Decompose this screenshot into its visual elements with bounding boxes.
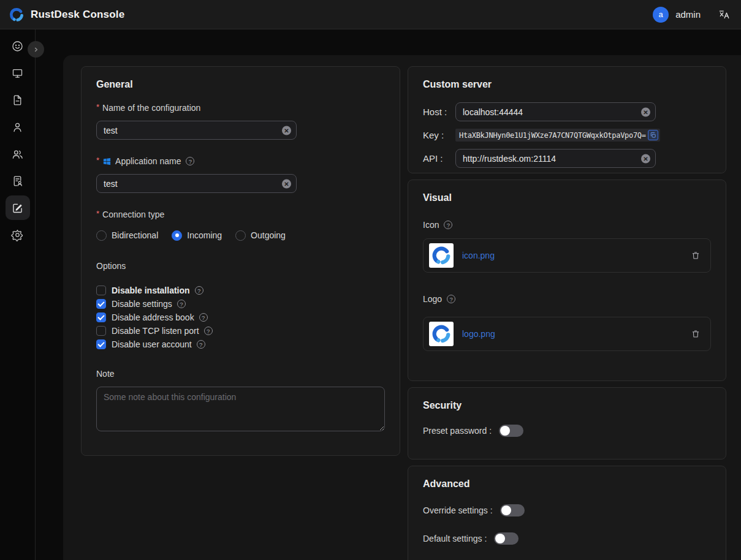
- sidebar-item-users[interactable]: [6, 115, 30, 139]
- key-value-box: HtaXBkJNHyn0e1U1jWXze7A7CN7QTGWqxkOtpaVp…: [455, 129, 660, 142]
- security-title: Security: [423, 400, 711, 411]
- monitor-icon: [11, 67, 24, 80]
- note-textarea[interactable]: [96, 387, 385, 431]
- checkbox-disable-installation[interactable]: Disable installation ?: [96, 284, 385, 297]
- preset-password-label: Preset password :: [423, 426, 492, 436]
- sidebar-item-logs[interactable]: [6, 88, 30, 112]
- avatar[interactable]: a: [653, 7, 669, 23]
- delete-logo-button[interactable]: [691, 329, 701, 339]
- visual-title: Visual: [423, 192, 711, 203]
- override-settings-toggle[interactable]: [500, 504, 525, 516]
- help-icon[interactable]: ?: [186, 157, 194, 165]
- username[interactable]: admin: [675, 9, 701, 20]
- smiley-icon: [11, 40, 24, 53]
- language-button[interactable]: [718, 9, 730, 20]
- options-label: Options: [96, 260, 385, 271]
- trash-icon: [691, 329, 701, 339]
- help-icon[interactable]: ?: [447, 295, 455, 303]
- required-asterisk: *: [96, 209, 99, 219]
- top-bar: RustDesk Console a admin: [0, 0, 741, 29]
- sidebar-item-dashboard[interactable]: [6, 34, 30, 58]
- document-icon: [11, 94, 24, 107]
- general-title: General: [96, 79, 385, 90]
- radio-incoming[interactable]: Incoming: [172, 230, 222, 241]
- copy-icon: [650, 132, 656, 138]
- note-label: Note: [96, 368, 385, 379]
- general-card: General * Name of the configuration ✕ * …: [81, 66, 400, 456]
- checkbox-icon[interactable]: [96, 326, 106, 336]
- delete-icon-button[interactable]: [691, 251, 701, 260]
- host-input[interactable]: [455, 102, 656, 121]
- app-title: RustDesk Console: [31, 9, 124, 21]
- main-content: General * Name of the configuration ✕ * …: [63, 55, 741, 560]
- logo-file-row: logo.png: [423, 317, 711, 351]
- icon-thumbnail: [429, 243, 454, 268]
- required-asterisk: *: [96, 102, 99, 112]
- copy-button[interactable]: [648, 130, 658, 140]
- help-icon[interactable]: ?: [444, 221, 452, 229]
- users-icon: [11, 148, 24, 161]
- api-input[interactable]: [455, 149, 656, 168]
- clear-icon[interactable]: ✕: [282, 179, 291, 188]
- checkbox-icon[interactable]: [96, 312, 106, 322]
- windows-icon: [102, 157, 112, 166]
- clear-icon[interactable]: ✕: [282, 126, 291, 135]
- sidebar: [0, 29, 36, 560]
- logo-filename-link[interactable]: logo.png: [462, 329, 495, 339]
- sidebar-item-audit[interactable]: [6, 168, 30, 193]
- help-icon[interactable]: ?: [204, 327, 213, 335]
- config-name-input[interactable]: [96, 121, 297, 140]
- rustdesk-logo-icon: [431, 324, 452, 344]
- checkbox-disable-address-book[interactable]: Disable address book ?: [96, 311, 385, 324]
- config-name-label: * Name of the configuration: [96, 102, 385, 113]
- override-settings-label: Override settings :: [423, 505, 493, 515]
- user-icon: [11, 121, 24, 134]
- checkbox-disable-user-account[interactable]: Disable user account ?: [96, 338, 385, 351]
- radio-icon[interactable]: [172, 230, 182, 241]
- custom-server-card: Custom server Host : ✕ Key : HtaXBkJNHyn…: [408, 66, 726, 173]
- checkbox-icon[interactable]: [96, 286, 106, 295]
- app-name-input[interactable]: [96, 174, 297, 193]
- checkbox-icon[interactable]: [96, 299, 106, 309]
- clear-icon[interactable]: ✕: [641, 154, 650, 163]
- help-icon[interactable]: ?: [177, 300, 186, 308]
- radio-outgoing[interactable]: Outgoing: [235, 230, 286, 241]
- default-settings-toggle[interactable]: [494, 532, 519, 545]
- translate-icon: [718, 9, 730, 20]
- help-icon[interactable]: ?: [197, 340, 205, 349]
- help-icon[interactable]: ?: [195, 286, 203, 295]
- clear-icon[interactable]: ✕: [641, 107, 650, 116]
- visual-card: Visual Icon ? icon.png Logo ?: [408, 180, 726, 381]
- custom-server-title: Custom server: [423, 79, 711, 90]
- sidebar-item-groups[interactable]: [6, 142, 30, 166]
- advanced-card: Advanced Override settings : Default set…: [408, 466, 726, 560]
- sidebar-item-devices[interactable]: [6, 61, 30, 85]
- advanced-title: Advanced: [423, 479, 711, 490]
- logo-thumbnail: [429, 322, 454, 346]
- chevron-right-icon: [32, 45, 40, 54]
- radio-icon[interactable]: [235, 230, 246, 241]
- sidebar-item-settings[interactable]: [6, 222, 30, 247]
- brand: RustDesk Console: [9, 7, 124, 23]
- checkbox-icon[interactable]: [96, 339, 106, 349]
- sidebar-item-custom-clients[interactable]: [6, 195, 30, 220]
- api-label: API :: [423, 153, 455, 164]
- icon-file-row: icon.png: [423, 238, 711, 273]
- radio-bidirectional[interactable]: Bidirectional: [96, 230, 158, 241]
- help-icon[interactable]: ?: [199, 313, 208, 322]
- icon-filename-link[interactable]: icon.png: [462, 251, 495, 260]
- checkbox-disable-tcp-listen-port[interactable]: Disable TCP listen port ?: [96, 324, 385, 338]
- required-asterisk: *: [96, 156, 99, 165]
- trash-icon: [691, 251, 701, 260]
- checkbox-disable-settings[interactable]: Disable settings ?: [96, 297, 385, 311]
- radio-icon[interactable]: [96, 230, 107, 241]
- preset-password-toggle[interactable]: [499, 425, 523, 437]
- icon-label: Icon ?: [423, 219, 711, 230]
- edit-icon: [11, 202, 24, 214]
- connection-type-label: * Connection type: [96, 209, 385, 220]
- connection-type-group: Bidirectional Incoming Outgoing: [96, 229, 385, 242]
- rustdesk-logo-icon: [9, 7, 25, 23]
- sidebar-expand-button[interactable]: [28, 41, 44, 58]
- document-user-icon: [11, 175, 24, 187]
- options-group: Disable installation ? Disable settings …: [96, 284, 385, 351]
